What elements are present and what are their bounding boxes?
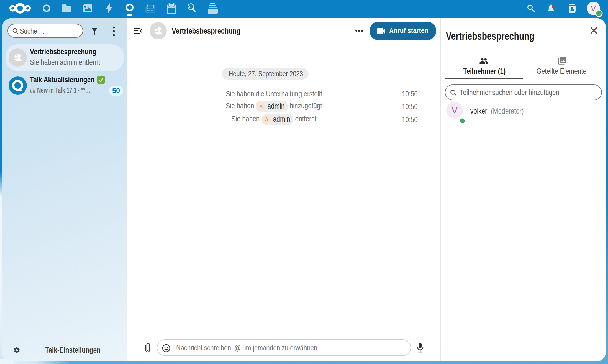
svg-text:V: V xyxy=(591,4,596,13)
